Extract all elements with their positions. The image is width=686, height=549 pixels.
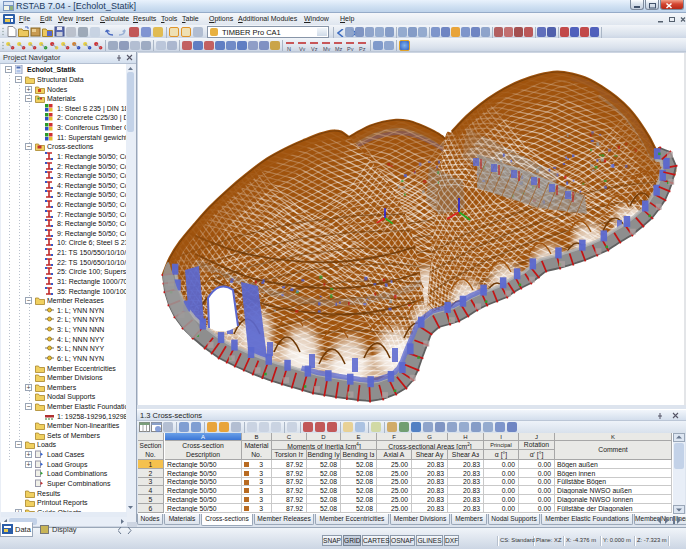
svg-text:Vy: Vy bbox=[299, 46, 305, 52]
svg-text:Mz: Mz bbox=[335, 46, 343, 52]
svg-text:My: My bbox=[323, 46, 331, 52]
svg-text:Vz: Vz bbox=[311, 46, 318, 52]
svg-text:Pz: Pz bbox=[359, 46, 366, 52]
svg-text:Py: Py bbox=[347, 46, 354, 52]
svg-text:N: N bbox=[287, 46, 291, 52]
